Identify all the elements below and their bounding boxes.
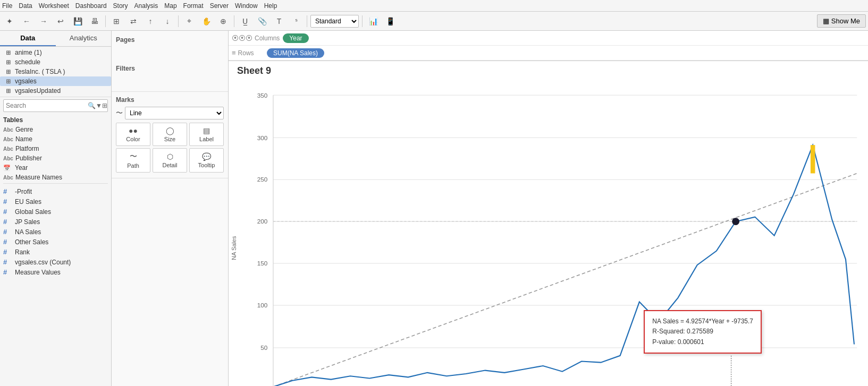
detail-icon: ⬡ <box>167 152 173 161</box>
pages-drop-area[interactable] <box>116 45 224 57</box>
marks-path-btn[interactable]: 〜 Path <box>116 148 150 173</box>
field-global-sales[interactable]: # Global Sales <box>0 207 111 217</box>
toolbar-lasso[interactable]: ⌖ <box>182 14 197 29</box>
rows-shelf: ≡ Rows SUM(NA Sales) <box>229 46 868 61</box>
field-icon-publisher: Abc <box>3 156 13 161</box>
marks-size-label: Size <box>164 136 175 142</box>
toolbar-new[interactable]: ✦ <box>2 14 17 29</box>
data-point-highlight[interactable] <box>732 218 739 225</box>
marks-tooltip-btn[interactable]: 💬 Tooltip <box>189 148 224 173</box>
field-platform[interactable]: Abc Platform <box>0 144 111 153</box>
datasource-tesla[interactable]: ⊞ TeslaInc. ( TSLA ) <box>0 67 111 76</box>
toolbar-back[interactable]: ← <box>19 14 34 29</box>
toolbar-superscript[interactable]: ˢ <box>289 14 304 29</box>
datasource-anime[interactable]: ⊞ anime (1) <box>0 48 111 57</box>
search-box[interactable]: 🔍 ▼ ⊞ <box>3 99 108 112</box>
field-jp-sales[interactable]: # JP Sales <box>0 217 111 227</box>
toolbar-text[interactable]: T <box>272 14 286 29</box>
field-rank[interactable]: # Rank <box>0 247 111 257</box>
grid-icon[interactable]: ⊞ <box>102 100 107 111</box>
toolbar-sort-asc[interactable]: ↑ <box>143 14 158 29</box>
field-year[interactable]: 📅 Year <box>0 163 111 173</box>
field-icon-measure-values: # <box>3 268 13 276</box>
rows-icon: ≡ <box>232 49 236 57</box>
marks-detail-btn[interactable]: ⬡ Detail <box>153 148 187 173</box>
marks-size-btn[interactable]: ◯ Size <box>153 123 187 146</box>
show-me-icon: ▦ <box>823 17 829 25</box>
menu-data[interactable]: Data <box>19 2 32 10</box>
field-other-sales[interactable]: # Other Sales <box>0 237 111 247</box>
marks-label-btn[interactable]: ▤ Label <box>189 123 224 146</box>
chart-svg[interactable]: 0 50 100 150 200 250 300 350 <box>239 84 863 386</box>
toolbar-undo[interactable]: ↩ <box>53 14 68 29</box>
ds-icon-tesla: ⊞ <box>3 68 13 75</box>
menu-window[interactable]: Window <box>235 2 258 10</box>
field-na-sales[interactable]: # NA Sales <box>0 227 111 237</box>
rows-nasales-pill[interactable]: SUM(NA Sales) <box>267 48 324 58</box>
color-dots-icon: ●● <box>129 126 138 135</box>
marks-color-btn[interactable]: ●● Color <box>116 123 150 146</box>
filters-drop-area[interactable] <box>116 73 224 89</box>
datasource-schedule[interactable]: ⊞ schedule <box>0 57 111 67</box>
toolbar-forward[interactable]: → <box>36 14 51 29</box>
field-icon-global-sales: # <box>3 208 13 216</box>
path-icon: 〜 <box>130 152 137 161</box>
label-icon: ▤ <box>203 126 210 135</box>
marks-tooltip-label: Tooltip <box>198 162 215 168</box>
show-me-button[interactable]: ▦ Show Me <box>817 14 866 28</box>
menu-dashboard[interactable]: Dashboard <box>75 2 107 10</box>
toolbar-device-preview[interactable]: 📱 <box>383 14 398 29</box>
chart-inner[interactable]: 0 50 100 150 200 250 300 350 <box>239 79 868 386</box>
field-vgsales-count[interactable]: # vgsales.csv (Count) <box>0 257 111 267</box>
menu-story[interactable]: Story <box>113 2 128 10</box>
marks-type-select[interactable]: Line Bar Circle Square Shape Text Map Pi… <box>125 107 224 119</box>
field-icon-jp-sales: # <box>3 218 13 226</box>
field-genre[interactable]: Abc Genre <box>0 125 111 134</box>
svg-text:150: 150 <box>257 260 268 267</box>
field-eu-sales[interactable]: # EU Sales <box>0 196 111 207</box>
toolbar-print[interactable]: 🖶 <box>87 14 102 29</box>
chart-area: ⦿⦿⦿ Columns Year ≡ Rows SUM(NA Sales) Sh… <box>229 31 868 386</box>
field-name[interactable]: Abc Name <box>0 134 111 144</box>
toolbar-bar-chart[interactable]: 📊 <box>366 14 381 29</box>
datasource-vgsalesupdated[interactable]: ⊞ vgsalesUpdated <box>0 86 111 96</box>
field-publisher[interactable]: Abc Publisher <box>0 153 111 163</box>
toolbar-swap[interactable]: ⇄ <box>126 14 141 29</box>
toolbar-marks[interactable]: ⊞ <box>109 14 124 29</box>
field-profit[interactable]: # -Profit <box>0 186 111 196</box>
menu-file[interactable]: File <box>2 2 12 10</box>
pages-label: Pages <box>116 34 224 45</box>
toolbar-zoom[interactable]: ⊕ <box>216 14 231 29</box>
menu-map[interactable]: Map <box>164 2 176 10</box>
toolbar-underline[interactable]: U̲ <box>238 14 252 29</box>
menu-analysis[interactable]: Analysis <box>134 2 158 10</box>
toolbar-sort-desc[interactable]: ↓ <box>160 14 175 29</box>
filter-icon[interactable]: ▼ <box>96 100 102 111</box>
tables-label: Tables <box>0 114 111 125</box>
field-measure-values[interactable]: # Measure Values <box>0 267 111 277</box>
field-icon-rank: # <box>3 248 13 256</box>
toolbar-pan[interactable]: ✋ <box>199 14 214 29</box>
svg-text:350: 350 <box>257 92 268 99</box>
toolbar-sep-4 <box>307 15 307 27</box>
field-icon-na-sales: # <box>3 228 13 236</box>
menu-worksheet[interactable]: Worksheet <box>39 2 69 10</box>
menu-format[interactable]: Format <box>183 2 204 10</box>
field-icon-year: 📅 <box>3 165 13 171</box>
field-measure-names[interactable]: Abc Measure Names <box>0 173 111 182</box>
menu-help[interactable]: Help <box>264 2 277 10</box>
ds-icon-schedule: ⊞ <box>3 59 13 66</box>
svg-line-18 <box>273 173 857 386</box>
datasource-vgsales[interactable]: ⊞ vgsales <box>0 76 111 86</box>
tab-analytics[interactable]: Analytics <box>56 31 112 46</box>
columns-year-pill[interactable]: Year <box>283 33 308 43</box>
tab-data[interactable]: Data <box>0 31 56 46</box>
search-input[interactable] <box>4 102 88 109</box>
columns-label: ⦿⦿⦿ Columns <box>232 34 280 42</box>
toolbar-save[interactable]: 💾 <box>70 14 85 29</box>
view-type-select[interactable]: Standard Fit Width Fit Height Entire Vie… <box>310 15 359 28</box>
menu-server[interactable]: Server <box>210 2 229 10</box>
search-icon[interactable]: 🔍 <box>88 100 96 111</box>
data-line <box>273 145 854 386</box>
toolbar-link[interactable]: 📎 <box>255 14 269 29</box>
